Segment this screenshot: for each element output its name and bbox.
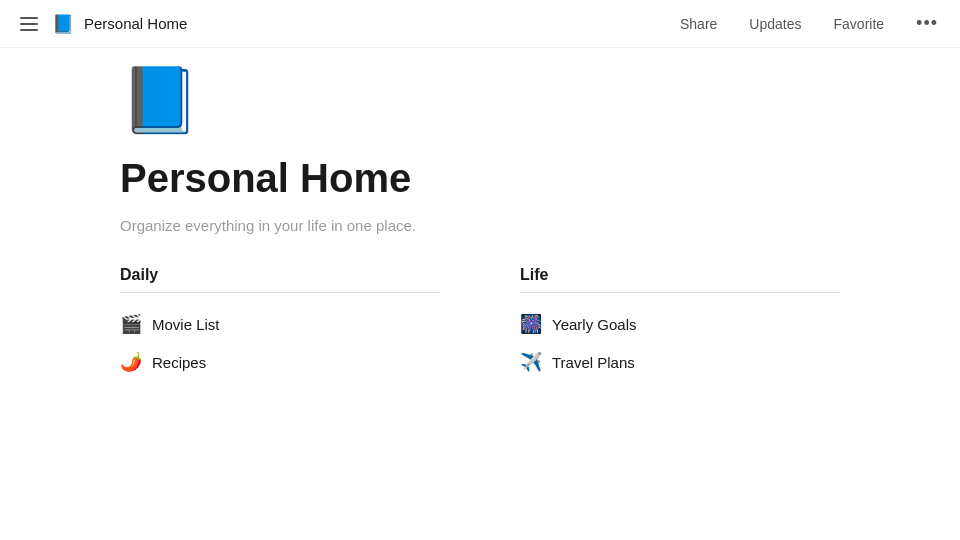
topbar: 📘 Personal Home Share Updates Favorite •…: [0, 0, 960, 48]
yearly-goals-label: Yearly Goals: [552, 316, 637, 333]
recipes-icon: 🌶️: [120, 351, 142, 373]
menu-icon[interactable]: [16, 13, 42, 35]
topbar-left: 📘 Personal Home: [16, 13, 187, 35]
share-button[interactable]: Share: [674, 12, 723, 36]
page-description: Organize everything in your life in one …: [120, 217, 840, 234]
page-title: Personal Home: [120, 156, 840, 201]
topbar-title: Personal Home: [84, 15, 187, 32]
page-cover-icon: 📘: [120, 68, 840, 132]
list-item-yearly-goals[interactable]: 🎆 Yearly Goals: [520, 305, 840, 343]
section-life-items: 🎆 Yearly Goals ✈️ Travel Plans: [520, 305, 840, 381]
section-daily-items: 🎬 Movie List 🌶️ Recipes: [120, 305, 440, 381]
topbar-page-icon: 📘: [52, 13, 74, 35]
section-daily-title: Daily: [120, 266, 440, 293]
list-item-recipes[interactable]: 🌶️ Recipes: [120, 343, 440, 381]
section-life-title: Life: [520, 266, 840, 293]
main-content: 📘 Personal Home Organize everything in y…: [0, 48, 960, 381]
list-item-movie-list[interactable]: 🎬 Movie List: [120, 305, 440, 343]
updates-button[interactable]: Updates: [743, 12, 807, 36]
recipes-label: Recipes: [152, 354, 206, 371]
more-options-button[interactable]: •••: [910, 9, 944, 38]
yearly-goals-icon: 🎆: [520, 313, 542, 335]
movie-list-label: Movie List: [152, 316, 220, 333]
favorite-button[interactable]: Favorite: [828, 12, 891, 36]
sections-grid: Daily 🎬 Movie List 🌶️ Recipes Life 🎆 Yea…: [120, 266, 840, 381]
list-item-travel-plans[interactable]: ✈️ Travel Plans: [520, 343, 840, 381]
movie-list-icon: 🎬: [120, 313, 142, 335]
topbar-right: Share Updates Favorite •••: [674, 9, 944, 38]
travel-plans-icon: ✈️: [520, 351, 542, 373]
section-daily: Daily 🎬 Movie List 🌶️ Recipes: [120, 266, 440, 381]
section-life: Life 🎆 Yearly Goals ✈️ Travel Plans: [520, 266, 840, 381]
travel-plans-label: Travel Plans: [552, 354, 635, 371]
